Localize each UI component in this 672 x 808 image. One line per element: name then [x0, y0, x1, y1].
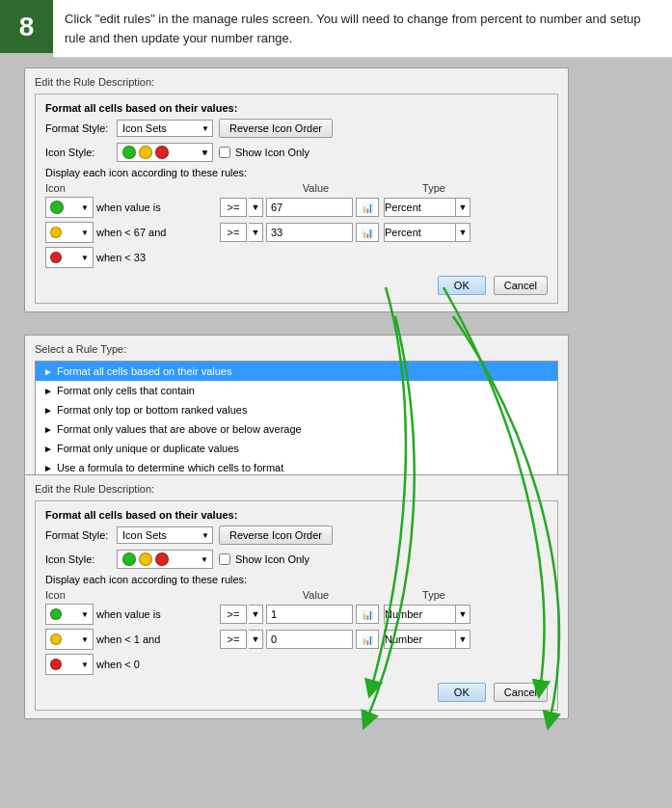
- rule2-cmp-arrow[interactable]: ▼: [249, 223, 263, 242]
- circle-green-icon: [122, 146, 136, 159]
- b-icon2-col-header: [362, 589, 390, 601]
- icon2-col-header: [362, 182, 390, 194]
- b-rule1-type-arrow[interactable]: ▼: [456, 605, 470, 624]
- b-rule1-value-input[interactable]: [266, 605, 353, 624]
- bottom-btn-row: OK Cancel: [45, 683, 548, 702]
- bullet-3: ►: [43, 405, 53, 416]
- icon-style-select[interactable]: ▼: [117, 143, 213, 162]
- bottom-show-icon-only-checkbox[interactable]: [219, 553, 230, 565]
- top-rule-row-2: ▼ when < 67 and >= ▼ 📊 Percent Number ▼: [45, 222, 548, 243]
- b-rule1-type-select[interactable]: Number Percent: [384, 605, 456, 624]
- bottom-rule-header: Icon Value Type: [45, 589, 548, 601]
- bottom-format-style-dropdown-wrapper: Icon Sets: [117, 526, 213, 544]
- b-circle-yellow-icon: [139, 552, 152, 566]
- b-rule2-type-wrapper: Number Percent ▼: [384, 630, 470, 649]
- reverse-icon-order-btn[interactable]: Reverse Icon Order: [219, 119, 333, 138]
- bottom-reverse-icon-order-btn[interactable]: Reverse Icon Order: [219, 525, 333, 545]
- b-rule3-icon-select[interactable]: ▼: [45, 654, 94, 675]
- top-ok-btn[interactable]: OK: [438, 276, 486, 295]
- top-btn-row: OK Cancel: [45, 276, 548, 295]
- top-rule-row-3: ▼ when < 33: [45, 247, 548, 268]
- show-icon-only-label: Show Icon Only: [235, 147, 309, 158]
- show-icon-only-checkbox[interactable]: [219, 147, 230, 158]
- rule2-type-icon: 📊: [356, 223, 379, 242]
- display-rules-label: Display each icon according to these rul…: [45, 167, 548, 178]
- b-rule1-cmp-arrow[interactable]: ▼: [249, 605, 263, 624]
- format-style-label: Format Style:: [45, 122, 111, 134]
- bullet-1: ►: [43, 366, 53, 377]
- rule2-cmp-value: >=: [220, 223, 247, 242]
- bottom-section-title: Edit the Rule Description:: [35, 483, 558, 495]
- bottom-display-rules-label: Display each icon according to these rul…: [45, 574, 548, 585]
- condition-col-header: [103, 182, 227, 194]
- rule-type-label-3: Format only top or bottom ranked values: [57, 404, 247, 416]
- b-rule3-circle-red: [50, 659, 62, 670]
- show-icon-only-row: Show Icon Only: [219, 147, 309, 158]
- b-rule1-icon-select[interactable]: ▼: [45, 604, 94, 625]
- b-rule2-type-select[interactable]: Number Percent: [384, 630, 456, 649]
- bullet-4: ►: [43, 424, 53, 435]
- rule1-type-arrow[interactable]: ▼: [456, 198, 470, 217]
- bottom-rule-row-3: ▼ when < 0: [45, 654, 548, 675]
- rule-type-label-4: Format only values that are above or bel…: [57, 423, 302, 435]
- b-rule2-icon-select[interactable]: ▼: [45, 629, 94, 650]
- bottom-cancel-btn[interactable]: Cancel: [494, 683, 548, 702]
- rule1-type-icon: 📊: [356, 198, 379, 217]
- icon-col-header: Icon: [45, 182, 103, 194]
- top-section-title: Edit the Rule Description:: [35, 76, 558, 88]
- b-rule1-cmp-value: >=: [220, 605, 247, 624]
- top-cancel-btn[interactable]: Cancel: [494, 276, 548, 295]
- rule-type-item-1[interactable]: ► Format all cells based on their values: [36, 362, 557, 381]
- rule1-cmp-value: >=: [220, 198, 247, 217]
- rule-type-item-2[interactable]: ► Format only cells that contain: [36, 381, 557, 400]
- rule2-type-select[interactable]: Percent Number: [384, 223, 456, 242]
- main-content: Edit the Rule Description: Format all ce…: [0, 60, 672, 808]
- b-rule2-cmp-arrow[interactable]: ▼: [249, 630, 263, 649]
- bottom-ok-btn[interactable]: OK: [438, 683, 486, 702]
- cmp-col-header: [227, 182, 270, 194]
- rule2-icons: [50, 227, 62, 238]
- b-rule3-dropdown-arrow: ▼: [81, 660, 89, 669]
- b-rule2-cmp-wrapper: >= ▼: [220, 630, 263, 649]
- select-rule-type-panel: Select a Rule Type: ► Format all cells b…: [24, 335, 569, 487]
- rule-type-label-2: Format only cells that contain: [57, 385, 195, 396]
- rule2-cmp-wrapper: >= ▼: [220, 223, 263, 242]
- rule3-icon-select[interactable]: ▼: [45, 247, 94, 268]
- rule2-type-arrow[interactable]: ▼: [456, 223, 470, 242]
- bottom-format-style-label: Format Style:: [45, 529, 111, 541]
- b-rule1-cmp-wrapper: >= ▼: [220, 605, 263, 624]
- rule-type-list: ► Format all cells based on their values…: [35, 361, 558, 478]
- bottom-icon-style-select[interactable]: ▼: [117, 550, 213, 569]
- b-rule1-type-icon: 📊: [356, 605, 379, 624]
- top-edit-rule-panel: Edit the Rule Description: Format all ce…: [24, 67, 569, 312]
- icon-style-row: Icon Style: ▼ Show Icon Only: [45, 143, 548, 162]
- icon-style-label: Icon Style:: [45, 147, 111, 158]
- rule1-cmp-arrow[interactable]: ▼: [249, 198, 263, 217]
- rule-type-item-4[interactable]: ► Format only values that are above or b…: [36, 419, 557, 439]
- rule-type-item-5[interactable]: ► Format only unique or duplicate values: [36, 439, 557, 458]
- b-rule1-type-wrapper: Number Percent ▼: [384, 605, 470, 624]
- rule2-icon-select[interactable]: ▼: [45, 222, 94, 243]
- rule-type-label-1: Format all cells based on their values: [57, 365, 232, 377]
- bullet-2: ►: [43, 386, 53, 396]
- format-style-select[interactable]: Icon Sets: [117, 120, 213, 137]
- b-value-col-header: Value: [270, 589, 362, 601]
- b-rule2-value-input[interactable]: [266, 630, 353, 649]
- bottom-edit-rule-panel: Edit the Rule Description: Format all ce…: [24, 474, 569, 719]
- rule1-type-select[interactable]: Percent Number: [384, 198, 456, 217]
- b-circle-red-icon: [155, 552, 169, 566]
- bullet-5: ►: [43, 444, 53, 454]
- rule3-condition: when < 33: [96, 252, 217, 263]
- icon-style-dropdown-wrapper: ▼: [117, 143, 213, 162]
- rule1-value-input[interactable]: [266, 198, 353, 217]
- bottom-format-style-select[interactable]: Icon Sets: [117, 526, 213, 544]
- circle-yellow-icon: [139, 146, 152, 159]
- rule2-condition: when < 67 and: [96, 227, 217, 238]
- b-rule2-type-arrow[interactable]: ▼: [456, 630, 470, 649]
- rule2-value-input[interactable]: [266, 223, 353, 242]
- bottom-icon-style-row: Icon Style: ▼ Show Icon Only: [45, 550, 548, 569]
- bottom-show-icon-only-label: Show Icon Only: [235, 553, 309, 565]
- b-rule1-circle-green: [50, 608, 62, 620]
- rule1-icon-select[interactable]: ▼: [45, 197, 94, 218]
- rule-type-item-3[interactable]: ► Format only top or bottom ranked value…: [36, 400, 557, 419]
